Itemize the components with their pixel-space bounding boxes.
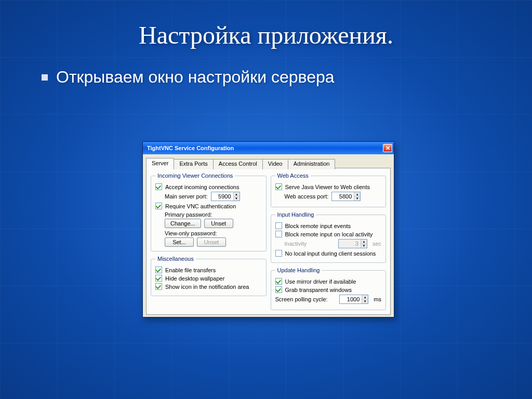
web-port-spinner[interactable]: ▲▼ (331, 192, 361, 201)
viewonly-set-button[interactable]: Set... (165, 237, 194, 247)
polling-spinner[interactable]: ▲▼ (339, 295, 368, 304)
close-icon: ✕ (385, 145, 390, 151)
window-title: TightVNC Service Configuration (147, 145, 234, 151)
titlebar[interactable]: TightVNC Service Configuration ✕ (143, 142, 394, 154)
accept-connections-checkbox[interactable] (155, 183, 162, 190)
web-port-label: Web access port: (285, 193, 329, 200)
tab-extra-ports[interactable]: Extra Ports (174, 159, 213, 169)
group-input: Input Handling Block remote input events… (271, 211, 387, 263)
main-port-spinner[interactable]: ▲▼ (211, 192, 240, 201)
show-icon-checkbox[interactable] (155, 283, 162, 290)
primary-change-button[interactable]: Change... (165, 219, 201, 228)
tab-access-control[interactable]: Access Control (213, 159, 263, 169)
spin-down-icon[interactable]: ▼ (362, 300, 368, 304)
group-incoming: Incoming Viewer Connections Accept incom… (151, 172, 267, 251)
slide-bullet: Открываем окно настройки сервера (42, 68, 532, 87)
group-misc: Miscellaneous Enable file transfers Hide… (151, 256, 267, 296)
polling-unit: ms (374, 296, 381, 302)
spin-up-icon[interactable]: ▲ (354, 192, 360, 197)
require-auth-label: Require VNC authentication (165, 203, 236, 209)
mirror-driver-checkbox[interactable] (275, 278, 282, 285)
slide-title: Настройка приложения. (0, 0, 532, 49)
hide-wallpaper-label: Hide desktop wallpaper (165, 275, 224, 282)
inactivity-unit: sec (373, 241, 381, 247)
group-update-legend: Update Handling (275, 267, 322, 273)
mirror-driver-label: Use mirror driver if available (285, 278, 356, 285)
group-web-legend: Web Access (275, 172, 311, 179)
spin-down-icon: ▼ (361, 244, 367, 248)
group-web: Web Access Serve Java Viewer to Web clie… (271, 172, 387, 207)
viewonly-unset-button[interactable]: Unset (197, 237, 226, 247)
primary-unset-button[interactable]: Unset (204, 219, 233, 228)
tab-video[interactable]: Video (262, 159, 288, 169)
no-local-input-checkbox[interactable] (275, 250, 282, 257)
bullet-icon (42, 74, 48, 81)
tab-server[interactable]: Server (146, 158, 174, 168)
group-incoming-legend: Incoming Viewer Connections (155, 172, 235, 179)
close-button[interactable]: ✕ (383, 144, 392, 152)
web-port-input[interactable] (332, 192, 354, 201)
transparent-label: Grab transparent windows (285, 287, 352, 293)
main-port-input[interactable] (211, 192, 233, 201)
transparent-checkbox[interactable] (275, 286, 282, 293)
spin-up-icon[interactable]: ▲ (234, 192, 240, 197)
block-on-local-checkbox[interactable] (275, 231, 282, 237)
spin-up-icon[interactable]: ▲ (362, 295, 368, 300)
inactivity-spinner: ▲▼ (338, 239, 367, 248)
tab-strip: Server Extra Ports Access Control Video … (146, 158, 391, 168)
tab-administration[interactable]: Administration (288, 159, 336, 169)
file-transfers-checkbox[interactable] (155, 267, 162, 273)
primary-password-label: Primary password: (165, 211, 262, 218)
spin-down-icon[interactable]: ▼ (354, 197, 360, 201)
no-local-input-label: No local input during client sessions (285, 250, 376, 257)
block-remote-label: Block remote input events (285, 223, 351, 229)
viewonly-password-label: View-only password: (165, 230, 262, 236)
group-misc-legend: Miscellaneous (155, 256, 196, 262)
hide-wallpaper-checkbox[interactable] (155, 275, 162, 282)
spin-up-icon: ▲ (361, 240, 367, 244)
bullet-text: Открываем окно настройки сервера (56, 68, 335, 87)
block-remote-checkbox[interactable] (275, 222, 282, 229)
serve-java-checkbox[interactable] (275, 183, 282, 190)
accept-connections-label: Accept incoming connections (165, 184, 239, 190)
require-auth-checkbox[interactable] (155, 203, 162, 209)
block-on-local-label: Block remote input on local activity (285, 231, 373, 237)
spin-down-icon[interactable]: ▼ (234, 197, 240, 201)
inactivity-label: Inactivity (285, 241, 307, 247)
group-update: Update Handling Use mirror driver if ava… (271, 267, 387, 310)
main-port-label: Main server port: (165, 193, 208, 200)
file-transfers-label: Enable file transfers (165, 267, 216, 273)
show-icon-label: Show icon in the notification area (165, 284, 249, 290)
serve-java-label: Serve Java Viewer to Web clients (285, 184, 370, 190)
polling-label: Screen polling cycle: (275, 296, 328, 302)
polling-input[interactable] (340, 295, 362, 303)
tab-panel-server: Incoming Viewer Connections Accept incom… (146, 168, 391, 315)
inactivity-input (339, 240, 361, 248)
config-dialog: TightVNC Service Configuration ✕ Server … (142, 141, 394, 317)
group-input-legend: Input Handling (275, 211, 316, 218)
